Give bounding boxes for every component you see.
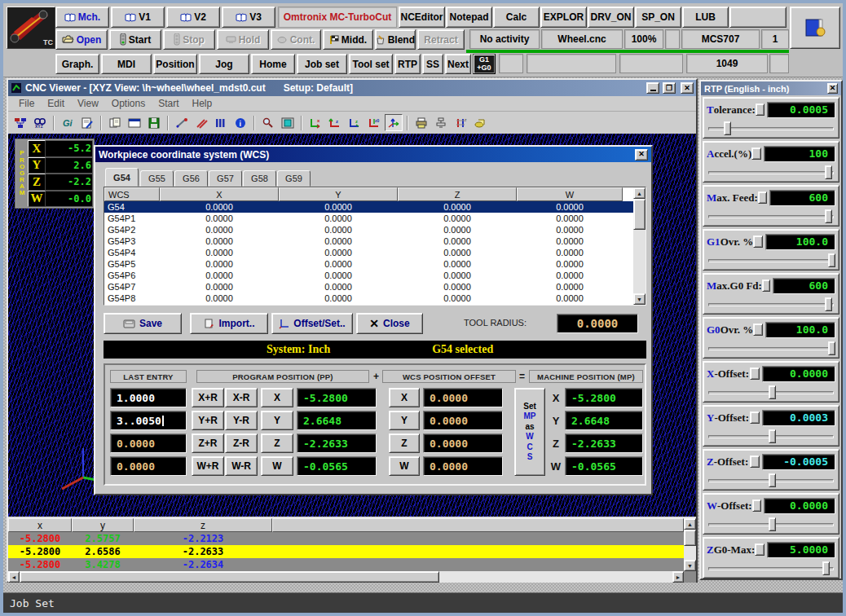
- z-pins-icon[interactable]: z: [452, 114, 469, 131]
- v3-button[interactable]: V3: [222, 7, 275, 28]
- slider-thumb[interactable]: [825, 209, 832, 223]
- axis-z0-icon[interactable]: z0: [365, 114, 383, 131]
- slider-track[interactable]: [707, 473, 835, 488]
- max-g0-feed-value[interactable]: 600: [773, 278, 835, 294]
- slider-edit-button[interactable]: [755, 543, 764, 556]
- y-offset-value[interactable]: 0.0003: [762, 410, 835, 426]
- home-button[interactable]: Home: [251, 54, 295, 74]
- slider-edit-button[interactable]: [753, 235, 763, 248]
- v1-button[interactable]: V1: [111, 7, 165, 28]
- last-entry-field-active[interactable]: 3..0050: [110, 411, 187, 430]
- g1-override-value[interactable]: 100.0: [765, 234, 835, 250]
- slider-thumb[interactable]: [769, 429, 776, 443]
- hold-button[interactable]: Hold: [217, 29, 269, 50]
- wcs-table-row[interactable]: G54P20.00000.00000.00000.0000: [104, 224, 646, 235]
- import-button[interactable]: Import..: [190, 313, 268, 334]
- slider-edit-button[interactable]: [756, 103, 764, 116]
- z-offset-value[interactable]: -0.0005: [762, 454, 835, 470]
- offset-set-button[interactable]: Offset/Set..: [271, 313, 353, 334]
- fit-view-icon[interactable]: [279, 114, 297, 131]
- manual-book-button[interactable]: [790, 7, 840, 49]
- menu-start[interactable]: Start: [152, 97, 184, 110]
- slider-thumb[interactable]: [828, 341, 835, 355]
- window-icon[interactable]: [126, 114, 143, 131]
- y-offset-axis-button[interactable]: Y: [389, 411, 420, 430]
- pen-icon[interactable]: [192, 114, 210, 131]
- wcs-table-row[interactable]: G54P70.00000.00000.00000.0000: [104, 281, 646, 293]
- slider-thumb[interactable]: [724, 121, 731, 135]
- tab-g57[interactable]: G57: [209, 170, 242, 187]
- jog-button[interactable]: Jog: [199, 54, 249, 74]
- job-set-button[interactable]: Job set: [297, 54, 347, 74]
- ruler-icon[interactable]: [212, 114, 230, 131]
- scroll-down-icon[interactable]: ▼: [684, 560, 696, 571]
- tab-g55[interactable]: G55: [140, 170, 174, 187]
- close-dialog-button[interactable]: ✕ Close: [356, 313, 423, 334]
- sp-on-button[interactable]: SP_ON: [635, 7, 681, 28]
- wcs-title-bar[interactable]: Workpiece coordinate system (WCS) ✕: [95, 147, 651, 162]
- v2-button[interactable]: V2: [166, 7, 220, 28]
- w-offset-value[interactable]: 0.0000: [423, 456, 503, 476]
- w-offset-value[interactable]: 0.0000: [764, 498, 835, 514]
- wcs-close-icon[interactable]: ✕: [635, 149, 648, 161]
- wcs-table-row[interactable]: G54P80.00000.00000.00000.0000: [104, 293, 646, 304]
- close-button[interactable]: ✕: [681, 82, 694, 94]
- slider-edit-button[interactable]: [750, 411, 760, 424]
- scrollbar-thumb[interactable]: [20, 571, 439, 583]
- notepad-button[interactable]: Notepad: [446, 7, 492, 28]
- tab-g58[interactable]: G58: [243, 170, 276, 187]
- scroll-left-icon[interactable]: ◄: [8, 571, 20, 583]
- wcs-table-row[interactable]: G54P30.00000.00000.00000.0000: [104, 235, 646, 247]
- rtp-close-icon[interactable]: ✕: [827, 83, 838, 94]
- accel-value[interactable]: 100: [764, 146, 835, 162]
- search-xyz-icon[interactable]: XYZ: [31, 114, 49, 131]
- stop-button[interactable]: Stop: [163, 29, 215, 50]
- slider-track[interactable]: [707, 385, 835, 400]
- x-plus-r-button[interactable]: X+R: [192, 388, 224, 407]
- rtp-button[interactable]: RTP: [394, 54, 421, 74]
- print-icon[interactable]: [412, 114, 430, 131]
- retract-button[interactable]: Retract: [417, 29, 465, 50]
- z-axis-button[interactable]: Z: [261, 433, 293, 453]
- wcs-table-row[interactable]: G54P10.00000.00000.00000.0000: [104, 213, 646, 224]
- x-offset-axis-button[interactable]: X: [389, 388, 420, 407]
- slider-track[interactable]: [707, 253, 835, 268]
- slider-thumb[interactable]: [828, 253, 835, 267]
- y-axis-button[interactable]: Y: [261, 411, 293, 430]
- x-minus-r-button[interactable]: X-R: [225, 388, 258, 407]
- restore-button[interactable]: ❐: [663, 82, 676, 94]
- menu-file[interactable]: File: [13, 97, 40, 110]
- menu-edit[interactable]: Edit: [42, 97, 70, 110]
- x-axis-button[interactable]: X: [261, 388, 293, 407]
- next-button[interactable]: Next: [445, 54, 471, 74]
- max-feed-value[interactable]: 600: [769, 190, 835, 206]
- column-header-y[interactable]: y: [72, 518, 134, 532]
- w-col-header[interactable]: W: [517, 187, 623, 201]
- mch-button[interactable]: Mch.: [55, 7, 109, 28]
- z-offset-axis-button[interactable]: Z: [389, 433, 420, 453]
- open-button[interactable]: Open: [55, 29, 108, 50]
- last-entry-field[interactable]: 0.0000: [110, 456, 187, 476]
- g0-override-value[interactable]: 100.0: [765, 322, 835, 338]
- graph-button[interactable]: Graph.: [55, 54, 99, 74]
- app-logo[interactable]: TC: [7, 7, 55, 49]
- tool-radius-value[interactable]: 0.0000: [557, 314, 638, 333]
- axis-iso-icon[interactable]: z: [346, 114, 364, 131]
- wcs-col-header[interactable]: WCS: [104, 187, 160, 201]
- nceditor-button[interactable]: NCEditor: [399, 7, 445, 28]
- scrollbar-thumb[interactable]: [684, 530, 696, 546]
- gcode-icon[interactable]: Gi: [59, 114, 77, 131]
- slider-edit-button[interactable]: [752, 499, 762, 512]
- x-offset-value[interactable]: 0.0000: [423, 388, 503, 407]
- slider-track[interactable]: [707, 209, 835, 224]
- tolerance-value[interactable]: 0.0005: [767, 102, 835, 118]
- slider-track[interactable]: [707, 341, 835, 356]
- edit-program-icon[interactable]: [78, 114, 96, 131]
- axis-xy-icon[interactable]: x: [306, 114, 324, 131]
- menu-view[interactable]: View: [72, 97, 104, 110]
- slider-edit-button[interactable]: [758, 191, 767, 204]
- wcs-table-row-selected[interactable]: G540.00000.00000.00000.0000: [104, 201, 646, 213]
- minimize-button[interactable]: [646, 82, 659, 94]
- scroll-right-icon[interactable]: ►: [672, 571, 684, 583]
- zoom-icon[interactable]: [259, 114, 277, 131]
